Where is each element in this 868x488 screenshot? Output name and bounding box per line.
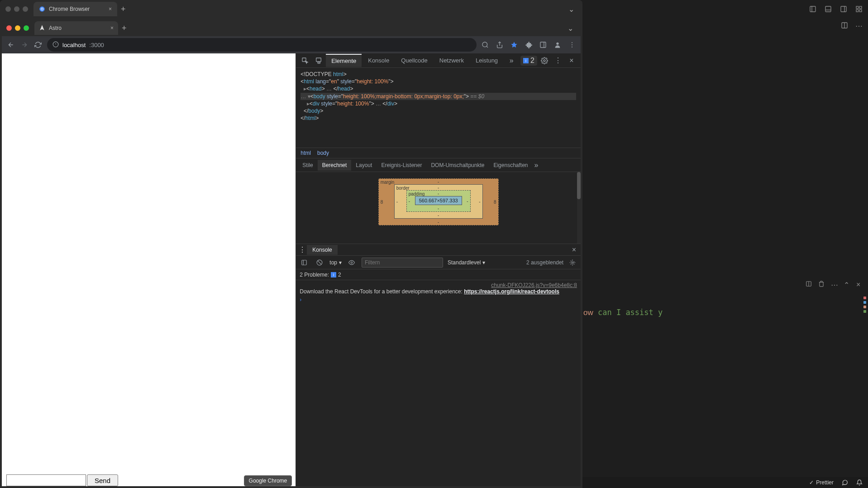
extensions-icon[interactable]: [525, 41, 533, 49]
devtools-kebab-icon[interactable]: ⋮: [552, 54, 564, 67]
console-settings-icon[interactable]: [567, 257, 578, 268]
check-icon: ✓: [809, 479, 814, 486]
problems-row[interactable]: 2 Probleme: i 2: [296, 269, 581, 280]
outer-close-dot[interactable]: [5, 6, 11, 12]
browser-traffic-lights: [6, 25, 29, 31]
svg-rect-32: [856, 6, 858, 9]
problems-label: 2 Probleme:: [300, 272, 329, 278]
layout-sidebar-left-icon[interactable]: [809, 5, 817, 14]
tab-elements[interactable]: Elemente: [326, 54, 362, 67]
minimap-indicators: [863, 297, 866, 324]
styles-more-icon[interactable]: »: [534, 161, 539, 169]
drawer-tab-konsole[interactable]: Konsole: [307, 245, 337, 255]
message-input[interactable]: [6, 474, 86, 486]
layout-panel-icon[interactable]: [825, 5, 833, 14]
console-filter-input[interactable]: [362, 258, 443, 268]
crumb-body[interactable]: body: [317, 150, 329, 156]
issues-badge[interactable]: i 2: [520, 56, 537, 66]
terminal-more-icon[interactable]: ⋯: [831, 281, 838, 288]
outer-tab-close-icon[interactable]: ×: [109, 6, 112, 12]
layout-customize-icon[interactable]: [855, 5, 863, 14]
styles-tab-berechnet[interactable]: Berechnet: [318, 160, 352, 171]
drawer-kebab-icon[interactable]: ⋮: [298, 245, 307, 254]
terminal-chevron-up-icon[interactable]: ⌃: [844, 281, 851, 288]
browser-tabbar: Astro × + ⌄: [2, 20, 581, 36]
styles-scrollbar[interactable]: [577, 172, 581, 244]
hidden-count[interactable]: 2 ausgeblendet: [526, 259, 563, 266]
tab-close-icon[interactable]: ×: [110, 25, 114, 31]
astro-favicon-icon: [39, 24, 45, 32]
styles-tab-eigenschaften[interactable]: Eigenschaften: [489, 160, 532, 171]
live-expression-icon[interactable]: [346, 257, 357, 268]
svg-point-19: [544, 60, 545, 62]
styles-tab-layout[interactable]: Layout: [351, 160, 377, 171]
drawer-close-icon[interactable]: ×: [569, 246, 579, 254]
zoom-icon[interactable]: [481, 41, 489, 49]
split-editor-icon[interactable]: [841, 22, 849, 30]
context-selector[interactable]: top▾: [329, 259, 342, 266]
site-info-icon[interactable]: [52, 41, 59, 49]
outer-traffic-lights: [5, 6, 28, 12]
tab-sources[interactable]: Quellcode: [396, 54, 433, 67]
svg-rect-26: [810, 6, 816, 12]
elements-tree[interactable]: <!DOCTYPE html> <html lang="en" style="h…: [296, 68, 581, 148]
address-bar[interactable]: localhost:3000: [47, 38, 477, 52]
kebab-menu-icon[interactable]: [568, 41, 576, 49]
tab-console[interactable]: Konsole: [362, 54, 395, 67]
editor-more-icon[interactable]: ⋯: [855, 22, 863, 30]
console-prompt-icon[interactable]: ›: [300, 297, 577, 303]
profile-icon[interactable]: [553, 41, 562, 49]
terminal-close-icon[interactable]: ×: [856, 281, 863, 288]
source-link[interactable]: chunk-DFKOJ226.js?v=9e6b4e8c:8: [300, 282, 577, 288]
terminal-trash-icon[interactable]: [818, 281, 825, 288]
problems-square-icon: i: [331, 272, 336, 277]
outer-min-dot[interactable]: [14, 6, 19, 12]
share-icon[interactable]: [496, 41, 504, 49]
status-feedback-icon[interactable]: [842, 479, 848, 486]
padding-label: padding: [409, 191, 425, 196]
breadcrumb: html body: [296, 148, 581, 158]
tab-performance[interactable]: Leistung: [470, 54, 503, 67]
side-panel-icon[interactable]: [539, 41, 547, 49]
box-content-size: 560.667×597.333: [415, 196, 462, 205]
devtools-settings-icon[interactable]: [538, 54, 551, 67]
outer-tablist-chevron-icon[interactable]: ⌄: [568, 5, 574, 14]
more-tabs-icon[interactable]: »: [505, 54, 518, 67]
status-bell-icon[interactable]: [856, 479, 863, 486]
console-drawer: ⋮ Konsole × top▾ Standardlevel▾ 2 ausgeb…: [296, 244, 581, 486]
svg-point-6: [482, 42, 487, 47]
back-button[interactable]: [6, 40, 15, 49]
terminal-split-panel-icon[interactable]: [806, 281, 813, 288]
clear-console-icon[interactable]: [314, 257, 325, 268]
console-sidebar-icon[interactable]: [299, 257, 310, 268]
styles-tab-dom[interactable]: DOM-Umschaltpunkte: [426, 160, 489, 171]
bookmark-star-icon[interactable]: [510, 41, 518, 49]
close-dot[interactable]: [6, 25, 12, 31]
selected-element-row[interactable]: … ▾<body style="height: 100%;margin-bott…: [300, 93, 576, 100]
crumb-html[interactable]: html: [300, 150, 311, 156]
maximize-dot[interactable]: [24, 25, 29, 31]
forward-button[interactable]: [20, 40, 29, 49]
devtools-close-icon[interactable]: ×: [565, 54, 578, 67]
tab-network[interactable]: Netzwerk: [434, 54, 469, 67]
minimize-dot[interactable]: [15, 25, 20, 31]
layout-sidebar-right-icon[interactable]: [840, 5, 848, 14]
dock-tooltip: Google Chrome: [244, 475, 292, 486]
outer-tab-chrome-browser[interactable]: Chrome Browser ×: [33, 2, 117, 16]
new-tab-button[interactable]: +: [122, 24, 127, 33]
send-button[interactable]: Send: [87, 474, 118, 486]
styles-tab-listener[interactable]: Ereignis-Listener: [377, 160, 426, 171]
reload-button[interactable]: [33, 40, 43, 49]
log-level-selector[interactable]: Standardlevel▾: [448, 259, 485, 266]
tablist-chevron-icon[interactable]: ⌄: [568, 24, 573, 33]
tab-title: Astro: [49, 25, 62, 31]
inspect-element-icon[interactable]: [299, 54, 311, 67]
tab-astro[interactable]: Astro ×: [34, 21, 118, 35]
outer-max-dot[interactable]: [23, 6, 28, 12]
outer-new-tab-button[interactable]: +: [121, 5, 126, 14]
styles-tab-stile[interactable]: Stile: [298, 160, 317, 171]
device-toolbar-icon[interactable]: [312, 54, 325, 67]
svg-point-25: [572, 262, 573, 263]
react-devtools-link[interactable]: https://reactjs.org/link/react-devtools: [464, 288, 559, 295]
status-prettier[interactable]: ✓ Prettier: [809, 479, 834, 486]
